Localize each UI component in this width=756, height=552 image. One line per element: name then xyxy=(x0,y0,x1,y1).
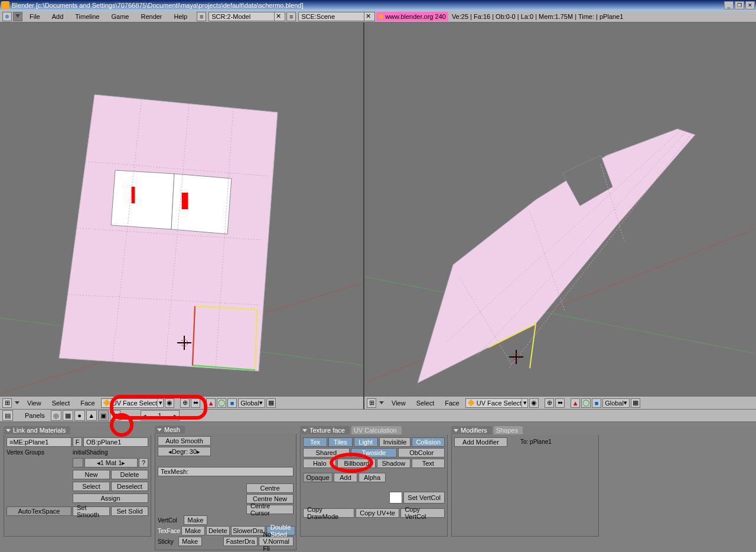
menu-render[interactable]: Render xyxy=(135,13,168,20)
layer-button[interactable]: ▦ xyxy=(266,398,276,408)
window-close-button[interactable]: ✕ xyxy=(745,1,755,9)
screen-delete-icon: ✕ xyxy=(274,12,282,21)
add-modifier-button[interactable]: Add Modifier xyxy=(454,437,507,447)
manipulator-rotate-icon[interactable]: ◯ xyxy=(217,398,226,408)
texface-make-button[interactable]: Make xyxy=(181,526,205,535)
menu-add[interactable]: Add xyxy=(46,13,70,20)
tab-shapes[interactable]: Shapes xyxy=(494,426,523,434)
window-restore-button[interactable]: ❐ xyxy=(735,1,744,9)
context-editing-icon[interactable]: ▣ xyxy=(98,410,109,421)
vp-menu-select[interactable]: Select xyxy=(47,400,75,407)
fasterdraw-button[interactable]: FasterDra xyxy=(223,537,258,546)
mode-selector[interactable]: UV Face Select▾ xyxy=(465,398,528,408)
auto-smooth-button[interactable]: Auto Smooth xyxy=(158,436,211,446)
manipulator-rotate-icon[interactable]: ◯ xyxy=(581,398,591,408)
manipulator-toggle-icon[interactable]: ⬌ xyxy=(555,398,565,408)
manipulator-translate-icon[interactable]: ▲ xyxy=(571,398,580,408)
mat-assign-button[interactable]: Assign xyxy=(73,493,148,503)
centre-cursor-button[interactable]: Centre Cursor xyxy=(246,505,294,514)
vertcol-swatch[interactable] xyxy=(389,492,402,504)
menu-timeline[interactable]: Timeline xyxy=(69,13,105,20)
obcolor-button[interactable]: ObColor xyxy=(398,448,445,457)
me-datablock-field[interactable]: ≡ ME:pPlane1 xyxy=(6,437,71,447)
centre-button[interactable]: Centre xyxy=(246,483,294,493)
context-object-icon[interactable]: ▲ xyxy=(86,410,97,421)
sticky-make-button[interactable]: Make xyxy=(178,537,202,546)
menu-help[interactable]: Help xyxy=(168,13,194,20)
vertcol-make-button[interactable]: Make xyxy=(184,515,207,525)
fake-user-button[interactable]: F xyxy=(73,437,82,447)
copy-drawmode-button[interactable]: Copy DrawMode xyxy=(303,508,354,518)
set-solid-button[interactable]: Set Solid xyxy=(111,506,148,516)
mat-new-button[interactable]: New xyxy=(73,470,110,479)
tex-button[interactable]: Tex xyxy=(303,437,327,447)
info-editor-icon[interactable] xyxy=(2,12,12,21)
manipulator-scale-icon[interactable]: ■ xyxy=(592,398,601,408)
add-blend-button[interactable]: Add xyxy=(334,473,357,482)
tiles-button[interactable]: Tiles xyxy=(328,437,353,447)
modifier-target-label: To: pPlane1 xyxy=(509,437,552,447)
ob-datablock-field[interactable]: OB:pPlane1 xyxy=(83,437,148,447)
uv-face-select-icon xyxy=(468,400,475,407)
header-collapse-icon[interactable] xyxy=(379,401,384,404)
texface-delete-button[interactable]: Delete xyxy=(206,526,230,535)
vp-menu-select[interactable]: Select xyxy=(412,400,439,407)
mat-delete-button[interactable]: Delete xyxy=(111,470,148,479)
context-script-icon[interactable]: ▦ xyxy=(63,410,73,421)
scene-selector[interactable]: SCE:Scene✕ xyxy=(298,12,375,21)
header-collapse-icon[interactable] xyxy=(15,401,19,404)
mat-select-button[interactable]: Select xyxy=(73,482,110,491)
screen-browse-icon[interactable]: ≡ xyxy=(197,12,206,21)
vp-menu-face[interactable]: Face xyxy=(76,400,99,407)
manipulator-translate-icon[interactable]: ▲ xyxy=(206,398,216,408)
vp-menu-view[interactable]: View xyxy=(387,400,410,407)
viewport-right[interactable]: (1) pPlane1 ⊞ View Select Face UV Face S… xyxy=(364,22,756,409)
panels-row: Link and Materials ≡ ME:pPlane1 F OB:pPl… xyxy=(0,422,756,540)
copy-uv-button[interactable]: Copy UV+te xyxy=(356,508,400,518)
editor-type-icon[interactable]: ⊞ xyxy=(367,398,376,408)
material-index-spinner[interactable]: ◂ 1 Mat 1 ▸ xyxy=(84,458,138,467)
invisible-button[interactable]: Invisible xyxy=(379,437,411,447)
buttons-editor-icon[interactable]: ▤ xyxy=(2,410,13,421)
copy-vertcol-button[interactable]: Copy VertCol xyxy=(400,508,445,518)
orientation-selector[interactable]: Global ▾ xyxy=(238,398,265,408)
blender-link-button[interactable]: www.blender.org 240 xyxy=(376,12,448,21)
svg-point-0 xyxy=(5,15,9,18)
screen-selector[interactable]: SCR:2-Model✕ xyxy=(208,12,285,21)
scene-browse-icon[interactable]: ≡ xyxy=(286,12,296,21)
collision-button[interactable]: Collision xyxy=(412,437,445,447)
header-collapse-icon[interactable] xyxy=(13,12,22,21)
vp-menu-face[interactable]: Face xyxy=(440,400,464,407)
light-button[interactable]: Light xyxy=(354,437,378,447)
pivot-selector-icon[interactable]: ⊕ xyxy=(545,398,554,408)
slowerdraw-button[interactable]: SlowerDra xyxy=(231,526,265,535)
set-vertcol-button[interactable]: Set VertCol xyxy=(403,492,445,504)
material-preview-swatch[interactable] xyxy=(73,458,83,467)
layer-button[interactable]: ▦ xyxy=(631,398,640,408)
menu-file[interactable]: File xyxy=(24,13,46,20)
orientation-selector[interactable]: Global ▾ xyxy=(602,398,630,408)
context-shading-icon[interactable]: ● xyxy=(74,410,85,421)
window-minimize-button[interactable]: _ xyxy=(724,1,734,9)
menu-game[interactable]: Game xyxy=(105,13,135,20)
panel-link-materials: Link and Materials ≡ ME:pPlane1 F OB:pPl… xyxy=(4,426,151,537)
alpha-button[interactable]: Alpha xyxy=(359,473,386,482)
set-smooth-button[interactable]: Set Smooth xyxy=(73,506,110,516)
opaque-button[interactable]: Opaque xyxy=(303,473,333,482)
viewport-left[interactable]: I II (1) pPlane1 ⊞ View Select Face UV F… xyxy=(0,22,364,409)
material-help-button[interactable]: ? xyxy=(139,458,148,467)
editor-type-icon[interactable]: ⊞ xyxy=(2,398,12,408)
mat-deselect-button[interactable]: Deselect xyxy=(111,482,148,491)
tab-uv-calculation[interactable]: UV Calculation xyxy=(351,426,402,434)
degr-spinner[interactable]: ◂ Degr: 30 ▸ xyxy=(158,447,211,456)
autotexspace-button[interactable]: AutoTexSpace xyxy=(6,506,71,516)
context-logic-icon[interactable]: ◎ xyxy=(51,410,61,421)
shadow-button[interactable]: Shadow xyxy=(377,459,410,468)
texmesh-field[interactable]: TexMesh: xyxy=(158,467,294,476)
vp-menu-view[interactable]: View xyxy=(22,400,46,407)
no-vnormal-flip-button[interactable]: No V.Normal Fli xyxy=(259,537,294,546)
text-button[interactable]: Text xyxy=(412,459,445,468)
mesh-left: I II xyxy=(18,70,301,389)
shading-selector-icon[interactable]: ◉ xyxy=(529,398,539,408)
manipulator-scale-icon[interactable]: ■ xyxy=(227,398,237,408)
